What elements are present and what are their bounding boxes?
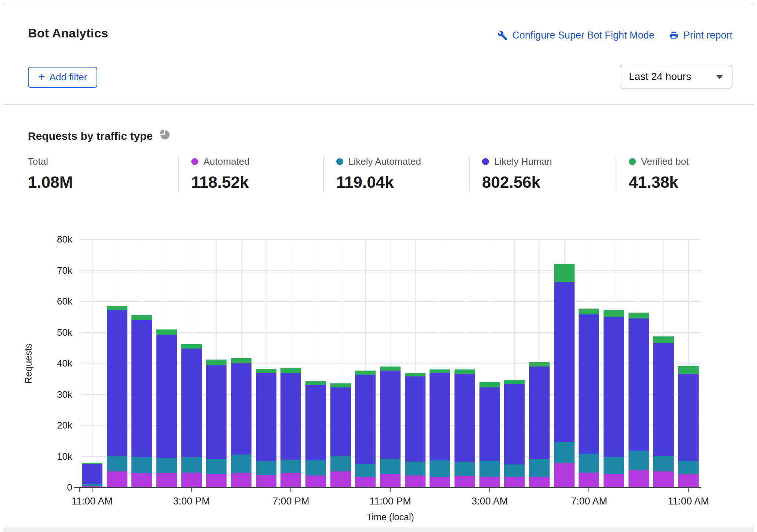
segment-verified-bot — [629, 313, 649, 319]
segment-automated — [579, 473, 599, 488]
bar-9-00-pm[interactable] — [330, 383, 351, 488]
bar-2-00-pm[interactable] — [156, 329, 177, 488]
bar-10-00-am[interactable] — [653, 336, 674, 488]
bar-12-00-am[interactable] — [405, 373, 425, 488]
segment-automated — [604, 474, 624, 488]
y-tick-label: 20k — [17, 420, 72, 431]
bar-5-00-am[interactable] — [529, 362, 550, 488]
bar-11-00-pm[interactable] — [380, 367, 401, 488]
printer-icon — [669, 30, 679, 40]
stat-verified-bot: Verified bot41.38k — [616, 156, 696, 192]
stat-label: Total — [28, 156, 48, 167]
segment-likely-automated — [280, 460, 301, 473]
stat-value: 802.56k — [482, 173, 609, 192]
segment-verified-bot — [256, 369, 276, 374]
segment-likely-human — [181, 349, 202, 457]
bar-4-00-pm[interactable] — [206, 360, 227, 488]
segment-likely-automated — [529, 459, 550, 476]
requests-by-traffic-type-chart: Requests Time (local) 010k20k30k40k50k60… — [80, 240, 701, 488]
segment-likely-automated — [678, 461, 699, 474]
segment-likely-automated — [405, 462, 425, 475]
section-heading-text: Requests by traffic type — [28, 130, 153, 142]
segment-likely-human — [305, 385, 326, 460]
stat-label: Likely Automated — [348, 156, 421, 167]
bar-5-00-pm[interactable] — [231, 358, 251, 488]
time-range-select[interactable]: Last 24 hours — [620, 65, 732, 88]
segment-automated — [156, 473, 177, 488]
segment-automated — [181, 473, 202, 488]
legend-dot — [336, 158, 343, 165]
segment-likely-automated — [107, 456, 127, 471]
segment-likely-automated — [504, 464, 525, 476]
next-section-edge — [3, 528, 754, 532]
y-tick-label: 40k — [17, 358, 72, 369]
stat-likely-human: Likely Human802.56k — [469, 156, 616, 192]
segment-automated — [231, 473, 251, 488]
bar-9-00-am[interactable] — [629, 313, 649, 488]
x-tick-label: 11:00 PM — [350, 496, 431, 507]
add-filter-button[interactable]: + Add filter — [28, 67, 97, 88]
x-tick-label: 7:00 PM — [250, 496, 331, 507]
segment-verified-bot — [231, 358, 251, 363]
print-report-link[interactable]: Print report — [669, 30, 732, 41]
stat-likely-automated: Likely Automated119.04k — [323, 156, 469, 192]
segment-likely-human — [405, 376, 425, 462]
segment-likely-automated — [131, 457, 152, 473]
segment-verified-bot — [280, 368, 301, 373]
segment-verified-bot — [380, 367, 401, 371]
bar-8-00-am[interactable] — [604, 310, 624, 488]
segment-automated — [529, 477, 550, 488]
segment-automated — [454, 476, 475, 488]
segment-automated — [405, 475, 425, 488]
bar-7-00-pm[interactable] — [280, 368, 301, 488]
pie-chart-icon — [159, 129, 170, 143]
bar-6-00-pm[interactable] — [256, 369, 276, 488]
segment-likely-automated — [454, 462, 475, 476]
bar-7-00-am[interactable] — [579, 309, 599, 488]
chevron-down-icon — [716, 75, 723, 79]
segment-likely-automated — [181, 457, 202, 473]
segment-likely-automated — [629, 451, 649, 470]
segment-automated — [131, 473, 152, 488]
bar-1-00-am[interactable] — [430, 369, 450, 488]
segment-likely-human — [82, 464, 102, 484]
bar-11-00-am[interactable] — [82, 463, 102, 488]
segment-verified-bot — [454, 369, 475, 374]
stat-value: 41.38k — [629, 173, 689, 192]
bar-6-00-am[interactable] — [554, 264, 575, 488]
segment-verified-bot — [181, 344, 202, 349]
bar-10-00-pm[interactable] — [355, 371, 376, 488]
segment-likely-human — [330, 387, 351, 456]
segment-verified-bot — [579, 309, 599, 315]
segment-likely-automated — [430, 460, 450, 477]
legend-dot — [629, 158, 636, 165]
segment-likely-human — [479, 387, 500, 461]
configure-super-bot-fight-mode-link[interactable]: Configure Super Bot Fight Mode — [497, 30, 654, 41]
y-tick-label: 10k — [17, 451, 72, 462]
segment-verified-bot — [206, 360, 227, 365]
bar-3-00-am[interactable] — [479, 382, 500, 488]
segment-automated — [206, 474, 227, 488]
bar-2-00-am[interactable] — [454, 369, 475, 488]
stat-label: Automated — [203, 156, 250, 167]
bar-1-00-pm[interactable] — [131, 315, 152, 488]
segment-automated — [653, 471, 674, 488]
segment-automated — [305, 475, 326, 488]
header-divider — [3, 104, 754, 105]
segment-likely-automated — [355, 464, 376, 477]
segment-likely-human — [454, 374, 475, 462]
segment-automated — [107, 471, 127, 488]
traffic-type-stats: Total1.08MAutomated118.52kLikely Automat… — [28, 156, 735, 192]
bar-4-00-am[interactable] — [504, 380, 525, 488]
bar-12-00-pm[interactable] — [107, 306, 127, 488]
stat-automated: Automated118.52k — [178, 156, 323, 192]
bar-8-00-pm[interactable] — [305, 381, 326, 488]
segment-likely-automated — [256, 461, 276, 475]
x-tick — [390, 488, 391, 492]
segment-likely-automated — [380, 459, 401, 474]
x-tick-label: 11:00 AM — [648, 496, 729, 507]
segment-likely-human — [355, 375, 376, 464]
segment-likely-automated — [604, 457, 624, 474]
bar-11-00-am[interactable] — [678, 366, 699, 488]
bar-3-00-pm[interactable] — [181, 344, 202, 488]
